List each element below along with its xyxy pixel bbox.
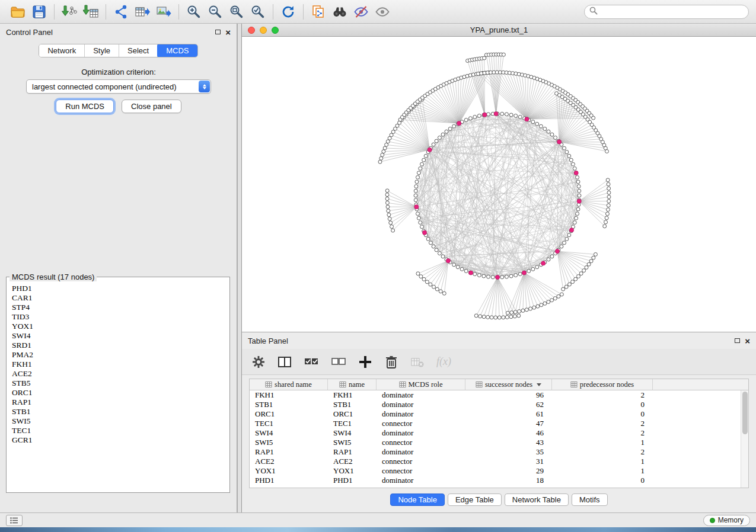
- panel-splitter[interactable]: [237, 24, 242, 512]
- table-cell[interactable]: 2: [552, 419, 653, 428]
- float-table-panel-icon[interactable]: [735, 338, 740, 343]
- tab-network[interactable]: Network: [39, 44, 85, 57]
- table-cell[interactable]: 31: [465, 457, 552, 466]
- table-cell[interactable]: connector: [377, 438, 465, 447]
- table-cell[interactable]: 2: [552, 390, 653, 400]
- close-table-panel-icon[interactable]: ×: [745, 336, 750, 345]
- mcds-result-item[interactable]: TID3: [12, 312, 229, 322]
- table-cell[interactable]: ORC1: [328, 409, 377, 419]
- table-cell[interactable]: PHD1: [250, 476, 328, 485]
- search-network-icon[interactable]: [329, 2, 350, 21]
- table-cell[interactable]: dominator: [377, 447, 465, 457]
- deselect-all-icon[interactable]: [331, 353, 346, 371]
- table-row[interactable]: STB1STB1dominator620: [250, 400, 748, 409]
- table-cell[interactable]: 0: [552, 409, 653, 419]
- mcds-result-item[interactable]: SWI5: [12, 416, 229, 426]
- table-cell[interactable]: 1: [552, 457, 653, 466]
- mcds-result-item[interactable]: STP4: [12, 303, 229, 312]
- table-cell[interactable]: SWI5: [250, 438, 328, 447]
- tab-network-table[interactable]: Network Table: [505, 493, 569, 506]
- table-row[interactable]: FKH1FKH1dominator962: [250, 390, 748, 400]
- run-mcds-button[interactable]: Run MCDS: [56, 100, 114, 113]
- search-input[interactable]: [601, 8, 744, 16]
- table-row[interactable]: TEC1TEC1connector472: [250, 419, 748, 428]
- network-titlebar[interactable]: YPA_prune.txt_1: [242, 24, 756, 37]
- table-cell[interactable]: YOX1: [250, 466, 328, 476]
- table-row[interactable]: PHD1PHD1dominator180: [250, 476, 748, 485]
- table-cell[interactable]: 47: [465, 419, 552, 428]
- close-panel-button[interactable]: Close panel: [122, 100, 181, 113]
- table-row[interactable]: SWI5SWI5connector431: [250, 438, 748, 447]
- table-cell[interactable]: connector: [377, 457, 465, 466]
- column-header-name[interactable]: name: [328, 379, 377, 390]
- mcds-result-item[interactable]: RAP1: [12, 398, 229, 407]
- export-table-icon[interactable]: [132, 2, 153, 21]
- mcds-result-item[interactable]: STB1: [12, 407, 229, 416]
- table-row[interactable]: ACE2ACE2connector311: [250, 457, 748, 466]
- save-session-icon[interactable]: [28, 2, 50, 21]
- table-cell[interactable]: RAP1: [328, 447, 377, 457]
- close-window-icon[interactable]: [248, 27, 255, 34]
- table-cell[interactable]: 1: [552, 438, 653, 447]
- table-cell[interactable]: 18: [465, 476, 552, 485]
- table-cell[interactable]: SWI4: [328, 428, 377, 438]
- mcds-result-item[interactable]: SRD1: [12, 341, 229, 350]
- memory-button[interactable]: Memory: [703, 515, 750, 526]
- table-row[interactable]: RAP1RAP1dominator352: [250, 447, 748, 457]
- select-all-icon[interactable]: [304, 353, 319, 371]
- show-selected-icon[interactable]: [372, 2, 393, 21]
- table-cell[interactable]: FKH1: [250, 390, 328, 400]
- table-cell[interactable]: SWI5: [328, 438, 377, 447]
- table-cell[interactable]: ORC1: [250, 409, 328, 419]
- table-cell[interactable]: TEC1: [250, 419, 328, 428]
- table-cell[interactable]: STB1: [328, 400, 377, 409]
- task-history-button[interactable]: [6, 515, 23, 526]
- column-menu-icon[interactable]: [537, 383, 541, 386]
- mcds-result-item[interactable]: CAR1: [12, 293, 229, 303]
- tab-mcds[interactable]: MCDS: [157, 44, 197, 57]
- column-header-predecessor-nodes[interactable]: predecessor nodes: [552, 379, 653, 390]
- column-header-shared-name[interactable]: shared name: [250, 379, 328, 390]
- table-cell[interactable]: 96: [465, 390, 552, 400]
- float-panel-icon[interactable]: [215, 30, 221, 34]
- table-scrollbar[interactable]: [741, 390, 748, 488]
- tab-style[interactable]: Style: [85, 44, 119, 57]
- export-network-icon[interactable]: [110, 2, 132, 21]
- export-image-icon[interactable]: [153, 2, 174, 21]
- tab-motifs[interactable]: Motifs: [572, 493, 608, 506]
- mcds-result-item[interactable]: SWI4: [12, 331, 229, 341]
- zoom-out-icon[interactable]: [205, 2, 226, 21]
- table-cell[interactable]: 0: [552, 400, 653, 409]
- table-cell[interactable]: PHD1: [328, 476, 377, 485]
- mcds-result-item[interactable]: TEC1: [12, 426, 229, 435]
- share-document-icon[interactable]: [308, 2, 329, 21]
- column-settings-icon[interactable]: [251, 353, 266, 371]
- scrollbar-thumb[interactable]: [742, 392, 748, 434]
- table-cell[interactable]: YOX1: [328, 466, 377, 476]
- refresh-layout-icon[interactable]: [277, 2, 299, 21]
- mcds-result-item[interactable]: STB5: [12, 379, 229, 388]
- network-graph[interactable]: [242, 37, 756, 332]
- network-canvas[interactable]: [242, 37, 756, 332]
- mcds-result-item[interactable]: PHD1: [12, 284, 229, 293]
- table-cell[interactable]: 29: [465, 466, 552, 476]
- table-cell[interactable]: 35: [465, 447, 552, 457]
- table-cell[interactable]: TEC1: [328, 419, 377, 428]
- mcds-result-list[interactable]: PHD1CAR1STP4TID3YOX1SWI4SRD1PMA2FKH1ACE2…: [7, 281, 229, 483]
- table-cell[interactable]: STB1: [250, 400, 328, 409]
- table-cell[interactable]: 0: [552, 476, 653, 485]
- mcds-result-item[interactable]: FKH1: [12, 360, 229, 369]
- table-cell[interactable]: FKH1: [328, 390, 377, 400]
- table-cell[interactable]: ACE2: [328, 457, 377, 466]
- table-cell[interactable]: 43: [465, 438, 552, 447]
- mcds-result-item[interactable]: ACE2: [12, 369, 229, 379]
- minimize-window-icon[interactable]: [260, 27, 267, 34]
- table-cell[interactable]: 46: [465, 428, 552, 438]
- search-box[interactable]: [584, 5, 749, 19]
- table-cell[interactable]: ACE2: [250, 457, 328, 466]
- zoom-selected-icon[interactable]: [247, 2, 269, 21]
- table-row[interactable]: SWI4SWI4dominator462: [250, 428, 748, 438]
- delete-column-icon[interactable]: [384, 353, 398, 371]
- table-cell[interactable]: dominator: [377, 390, 465, 400]
- table-cell[interactable]: dominator: [377, 476, 465, 485]
